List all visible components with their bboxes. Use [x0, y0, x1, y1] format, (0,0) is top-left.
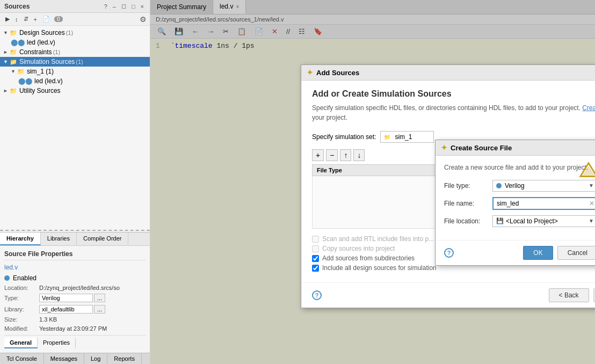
create-cancel-btn[interactable]: Cancel: [557, 246, 595, 260]
sort-desc-btn[interactable]: ⇵: [21, 14, 31, 24]
size-label: Size:: [4, 316, 39, 323]
back-btn[interactable]: < Back: [549, 288, 589, 302]
new-file-btn[interactable]: 📄: [40, 14, 52, 24]
constraints-count: (1): [53, 49, 60, 55]
chk-copy-sources-input[interactable]: [312, 245, 319, 252]
verilog-dot: [496, 183, 502, 188]
sources-panel-header: Sources ? – ◻ □ ×: [0, 0, 150, 13]
location-row: Location: D:/zynq_project/led/led.srcs/s…: [4, 285, 146, 291]
constraints-item[interactable]: ► 📁 Constraints (1): [0, 47, 150, 57]
modified-row: Modified: Yesterday at 23:09:27 PM: [4, 325, 146, 332]
restore-icon[interactable]: ◻: [120, 2, 128, 10]
add-sources-main-title: Add or Create Simulation Sources: [312, 89, 595, 99]
create-source-buttons: OK Cancel: [523, 246, 595, 260]
file-name-input[interactable]: [494, 198, 587, 209]
location-hdd-icon: 💾: [496, 217, 504, 224]
create-source-body: Create a new source file and add it to y…: [436, 156, 595, 240]
sources-panel-title: Sources: [4, 3, 30, 10]
expand-all-btn[interactable]: ▶: [3, 14, 12, 24]
sim-led-file-icon: ⬤⬤: [18, 77, 32, 85]
sim1-folder-icon: 📁: [17, 68, 25, 75]
chk-include-design-input[interactable]: [312, 265, 319, 272]
tab-log[interactable]: Log: [84, 353, 107, 364]
library-label: Library:: [4, 306, 39, 312]
chk-copy-sources-label: Copy sources into project: [322, 245, 395, 252]
create-source-dialog: ✦ Create Source File × Create a new sour…: [435, 140, 595, 266]
add-sources-help-btn[interactable]: ?: [312, 290, 322, 300]
sim-set-dropdown[interactable]: 📁 sim_1: [380, 131, 434, 143]
move-down-btn[interactable]: ↓: [353, 149, 365, 161]
panel-header-icons: ? – ◻ □ ×: [103, 2, 146, 10]
library-more-btn[interactable]: ...: [94, 305, 105, 314]
enabled-row: Enabled: [4, 274, 146, 282]
type-input[interactable]: [39, 294, 93, 302]
file-type-dot-label: Verilog: [496, 182, 525, 190]
minimize-icon[interactable]: –: [111, 3, 118, 10]
file-location-label: File location:: [444, 217, 492, 225]
file-location-row: File location: 💾 <Local to Project> ▼: [444, 215, 595, 227]
library-row: Library: ...: [4, 305, 146, 314]
tab-compile-order[interactable]: Compile Order: [77, 232, 129, 245]
size-value: 1.3 KB: [39, 316, 57, 323]
props-panel-header: Source File Properties: [4, 250, 146, 260]
sim1-item[interactable]: ▼ 📁 sim_1 (1): [8, 67, 150, 76]
tab-messages[interactable]: Messages: [44, 353, 84, 364]
led-v-item[interactable]: ⬤⬤ led (led.v): [8, 38, 150, 47]
tab-tcl-console[interactable]: Tcl Console: [0, 353, 44, 364]
library-input[interactable]: [39, 305, 93, 314]
tab-general[interactable]: General: [4, 338, 38, 348]
utility-sources-item[interactable]: ► 📁 Utility Sources: [0, 86, 150, 96]
file-name-clear-btn[interactable]: ✕: [587, 199, 595, 208]
file-type-label: File type:: [444, 182, 492, 190]
utility-expand: ►: [3, 88, 8, 93]
sim-sources-expand: ▼: [3, 59, 8, 64]
constraints-expand: ►: [3, 49, 8, 55]
sim-led-item[interactable]: ⬤⬤ led (led.v): [15, 76, 150, 86]
chk-add-subdirs-input[interactable]: [312, 255, 319, 262]
chk-scan-rtl-input[interactable]: [312, 236, 319, 243]
sources-panel: Sources ? – ◻ □ × ▶ ↕ ⇵ + 📄 0 ⚙ ▼ 📁: [0, 0, 150, 364]
led-label: led (led.v): [27, 39, 55, 46]
add-sources-window-title: Add Sources: [316, 69, 359, 77]
type-more-btn[interactable]: ...: [94, 294, 105, 302]
create-new-source-link[interactable]: Create a new source file on disk and add…: [582, 104, 595, 112]
settings-icon[interactable]: ⚙: [140, 15, 147, 24]
modified-value: Yesterday at 23:09:27 PM: [39, 325, 107, 332]
float-icon[interactable]: □: [130, 3, 137, 10]
tab-reports[interactable]: Reports: [107, 353, 142, 364]
props-filename: led.v: [4, 264, 146, 271]
remove-file-btn[interactable]: −: [326, 149, 338, 161]
sim1-label: sim_1 (1): [27, 68, 54, 75]
utility-sources-label: Utility Sources: [19, 87, 61, 94]
file-location-control: 💾 <Local to Project> ▼: [492, 215, 595, 227]
close-panel-icon[interactable]: ×: [139, 3, 146, 10]
add-source-toolbar-btn[interactable]: +: [32, 15, 39, 24]
file-name-label: File name:: [444, 200, 492, 207]
create-source-footer: ? OK Cancel: [436, 240, 595, 265]
modified-label: Modified:: [4, 325, 39, 332]
create-src-logo-icon: ✦: [441, 143, 447, 152]
ok-btn[interactable]: OK: [523, 246, 553, 260]
sim-set-label: Specify simulation set:: [312, 133, 376, 141]
tab-hierarchy[interactable]: Hierarchy: [0, 232, 41, 245]
chk-scan-rtl-label: Scan and add RTL include files into p...: [322, 235, 434, 243]
sort-asc-btn[interactable]: ↕: [13, 15, 20, 24]
add-file-btn[interactable]: +: [312, 149, 324, 161]
constraints-label: Constraints: [19, 48, 52, 56]
help-icon[interactable]: ?: [103, 3, 109, 10]
tab-libraries[interactable]: Libraries: [41, 232, 77, 245]
file-type-arrow: ▼: [589, 183, 594, 188]
next-btn[interactable]: Next >: [593, 288, 595, 302]
sim1-expand: ▼: [11, 69, 16, 74]
utility-folder-icon: 📁: [10, 88, 17, 94]
design-sources-item[interactable]: ▼ 📁 Design Sources (1): [0, 28, 150, 38]
create-source-help-btn[interactable]: ?: [444, 248, 454, 258]
design-sources-expand: ▼: [3, 30, 8, 35]
footer-left: ?: [312, 290, 322, 300]
sources-count-badge: 0: [54, 16, 63, 22]
file-location-dropdown[interactable]: 💾 <Local to Project> ▼: [492, 215, 595, 227]
create-source-description: Create a new source file and add it to y…: [444, 163, 595, 172]
tab-properties[interactable]: Properties: [38, 338, 76, 348]
simulation-sources-item[interactable]: ▼ 📁 Simulation Sources (1): [0, 57, 150, 67]
move-up-btn[interactable]: ↑: [340, 149, 351, 161]
